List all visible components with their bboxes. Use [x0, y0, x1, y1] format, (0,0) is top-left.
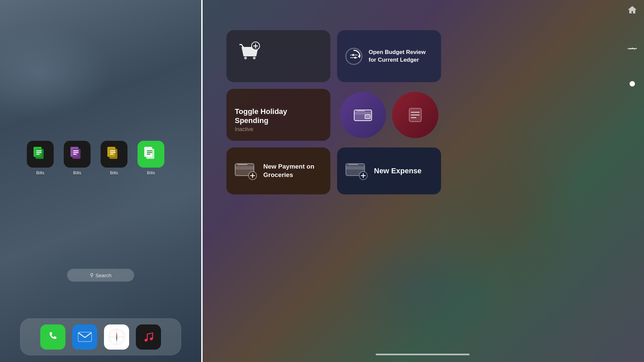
budget-review-label: Open Budget Review for Current Ledger [369, 49, 434, 63]
left-background [0, 0, 201, 362]
widget-small-pair [337, 89, 441, 141]
widget-add-to-cart[interactable] [226, 30, 330, 82]
panel-divider [201, 0, 203, 362]
widget-open-budget[interactable]: Open Budget Review for Current Ledger [337, 30, 441, 82]
app-item-bills-3[interactable]: Bills [101, 141, 127, 175]
widget-wallet[interactable] [340, 92, 386, 138]
widget-new-expense[interactable]: New Expense [337, 147, 441, 194]
app-item-bills-1[interactable]: Bills [27, 141, 54, 175]
dock-mail-icon[interactable] [72, 324, 97, 350]
app-icon-bills-4[interactable] [138, 141, 164, 168]
dock-music-icon[interactable] [136, 324, 161, 350]
toggle-holiday-title: Toggle HolidaySpending [235, 107, 287, 125]
budget-review-icon [344, 47, 363, 66]
signal-icon [628, 44, 637, 54]
search-icon: ⚲ [90, 272, 94, 278]
dock-safari-icon[interactable] [104, 324, 129, 350]
white-dot-indicator [630, 81, 635, 86]
svg-point-30 [244, 57, 247, 59]
svg-point-38 [352, 54, 354, 56]
svg-point-31 [253, 57, 256, 59]
svg-rect-50 [235, 166, 254, 170]
payment-icon [234, 160, 258, 182]
dock-phone-icon[interactable] [40, 324, 65, 350]
search-bar[interactable]: ⚲ Search [67, 269, 134, 282]
svg-rect-43 [365, 115, 370, 119]
dock [20, 318, 181, 355]
widget-grid: Open Budget Review for Current Ledger To… [226, 30, 441, 194]
app-icon-bills-3[interactable] [101, 141, 127, 168]
app-item-bills-2[interactable]: Bills [64, 141, 91, 175]
widget-toggle-holiday[interactable]: Toggle HolidaySpending Inactive [226, 89, 330, 141]
right-panel: Open Budget Review for Current Ledger To… [201, 0, 644, 362]
top-right-icons [627, 5, 637, 86]
home-indicator [376, 354, 470, 355]
svg-rect-56 [346, 166, 365, 170]
expense-icon [344, 160, 369, 182]
app-label-bills-4: Bills [147, 170, 155, 175]
app-grid: Bills Bills [27, 141, 164, 175]
svg-point-28 [150, 338, 153, 340]
search-label: Search [96, 273, 112, 278]
widget-ledger[interactable] [392, 92, 438, 138]
svg-point-27 [145, 339, 147, 342]
app-label-bills-3: Bills [110, 170, 118, 175]
app-label-bills-2: Bills [73, 170, 81, 175]
app-item-bills-4[interactable]: Bills [138, 141, 164, 175]
svg-rect-42 [354, 112, 372, 115]
home-icon [627, 5, 637, 17]
toggle-holiday-status: Inactive [235, 126, 253, 132]
expense-label: New Expense [374, 166, 422, 176]
svg-marker-36 [358, 54, 360, 58]
cart-icon-wrap [235, 39, 265, 69]
left-panel: Bills Bills [0, 0, 201, 362]
svg-point-29 [632, 48, 633, 49]
widget-new-payment[interactable]: New Payment on Groceries [226, 147, 330, 194]
app-label-bills-1: Bills [36, 170, 44, 175]
app-icon-bills-1[interactable] [27, 141, 54, 168]
svg-point-40 [354, 57, 356, 59]
app-icon-bills-2[interactable] [64, 141, 91, 168]
payment-label: New Payment on Groceries [263, 163, 323, 179]
